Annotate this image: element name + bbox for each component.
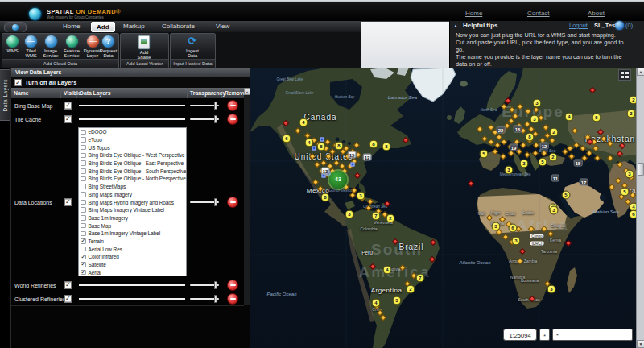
layer-option[interactable]: Satellite bbox=[79, 261, 186, 269]
layer-option-checkbox[interactable] bbox=[80, 145, 86, 151]
layer-option-checkbox[interactable] bbox=[80, 153, 86, 159]
layer-option[interactable]: Base 1m Imagery Vintage Label bbox=[79, 230, 186, 238]
refinery-point-marker[interactable] bbox=[380, 314, 386, 321]
layer-visible-checkbox[interactable] bbox=[64, 115, 72, 122]
cluster-badge[interactable]: 15 bbox=[348, 151, 357, 159]
feature-service-button[interactable]: FeatureService bbox=[61, 35, 82, 59]
refinery-point-marker[interactable] bbox=[486, 214, 493, 221]
red-point-marker[interactable] bbox=[283, 120, 289, 126]
cluster-marker[interactable]: 5 bbox=[592, 114, 601, 122]
cluster-marker[interactable]: 7 bbox=[372, 212, 381, 221]
layer-option[interactable]: Aerial bbox=[79, 268, 186, 276]
refinery-point-marker[interactable] bbox=[353, 142, 360, 148]
refinery-point-marker[interactable] bbox=[500, 153, 506, 160]
cluster-marker[interactable]: 2 bbox=[549, 153, 558, 162]
layer-option-checkbox[interactable] bbox=[80, 207, 86, 213]
refinery-point-marker[interactable] bbox=[324, 139, 331, 145]
cluster-badge[interactable]: 17 bbox=[580, 179, 588, 186]
refinery-point-marker[interactable] bbox=[501, 103, 507, 110]
refinery-point-marker[interactable] bbox=[573, 142, 580, 148]
refinery-point-marker[interactable] bbox=[517, 103, 523, 110]
cluster-marker[interactable]: 3 bbox=[505, 166, 514, 175]
cluster-marker[interactable]: 3 bbox=[393, 296, 402, 305]
cluster-marker[interactable]: 6 bbox=[283, 135, 291, 143]
refinery-point-marker[interactable] bbox=[517, 258, 523, 264]
cluster-marker[interactable]: 8 bbox=[526, 133, 535, 142]
refinery-point-marker[interactable] bbox=[494, 142, 501, 148]
refinery-point-marker[interactable] bbox=[520, 142, 526, 148]
image-service-button[interactable]: ImageService bbox=[40, 35, 61, 59]
tab-add[interactable]: Add bbox=[91, 22, 115, 32]
refinery-point-marker[interactable] bbox=[309, 153, 316, 160]
cluster-marker[interactable]: 5 bbox=[621, 188, 630, 197]
layer-option-checkbox[interactable] bbox=[80, 160, 86, 166]
refinery-point-marker[interactable] bbox=[501, 139, 507, 145]
refinery-point-marker[interactable] bbox=[586, 150, 592, 156]
layer-option[interactable]: Color Infrared bbox=[79, 253, 186, 261]
remove-layer-button[interactable] bbox=[227, 280, 238, 291]
red-point-marker[interactable] bbox=[529, 296, 535, 302]
refinery-point-marker[interactable] bbox=[601, 135, 607, 142]
refinery-point-marker[interactable] bbox=[477, 126, 483, 132]
red-point-marker[interactable] bbox=[354, 172, 361, 179]
cluster-marker[interactable]: 3 bbox=[345, 210, 354, 219]
cluster-badge[interactable]: 12 bbox=[540, 143, 549, 150]
map-scroll-thumb[interactable] bbox=[638, 163, 644, 176]
refinery-point-marker[interactable] bbox=[399, 264, 406, 271]
refinery-point-marker[interactable] bbox=[508, 118, 514, 124]
refinery-point-marker[interactable] bbox=[547, 230, 554, 237]
red-point-marker[interactable] bbox=[430, 239, 436, 246]
app-menu-button[interactable] bbox=[4, 22, 27, 33]
red-point-marker[interactable] bbox=[617, 151, 623, 157]
cluster-marker[interactable]: 4 bbox=[372, 299, 381, 308]
logout-link[interactable]: Logout bbox=[569, 22, 588, 29]
cluster-marker[interactable]: 3 bbox=[512, 237, 521, 246]
cluster-marker[interactable]: 3 bbox=[547, 285, 556, 294]
refinery-point-marker[interactable] bbox=[329, 148, 336, 155]
layer-option-checkbox[interactable] bbox=[80, 130, 86, 135]
refinery-point-marker[interactable] bbox=[325, 153, 332, 160]
red-point-marker[interactable] bbox=[369, 263, 376, 270]
wms-button[interactable]: WMS bbox=[3, 35, 22, 59]
tips-collapse-icon[interactable]: ▲ bbox=[453, 23, 458, 28]
refinery-point-marker[interactable] bbox=[502, 234, 509, 240]
cluster-marker[interactable]: 5 bbox=[539, 158, 547, 167]
refinery-point-marker[interactable] bbox=[533, 142, 539, 148]
refinery-point-marker[interactable] bbox=[525, 108, 531, 114]
refinery-point-marker[interactable] bbox=[512, 113, 518, 119]
refinery-point-marker[interactable] bbox=[609, 184, 615, 190]
tab-home[interactable]: Home bbox=[58, 21, 85, 31]
cluster-marker[interactable]: 2 bbox=[630, 96, 637, 105]
refinery-point-marker[interactable] bbox=[524, 151, 530, 158]
refinery-point-marker[interactable] bbox=[317, 185, 324, 192]
map-viewport[interactable]: CanadaUnited StatesMexicoBrazilArgentina… bbox=[250, 68, 636, 348]
red-point-marker[interactable] bbox=[619, 143, 625, 149]
cluster-marker[interactable]: 5 bbox=[562, 191, 571, 200]
layer-option-checkbox[interactable] bbox=[80, 168, 86, 174]
cluster-marker[interactable]: 6 bbox=[630, 210, 637, 219]
refinery-point-marker[interactable] bbox=[499, 216, 506, 222]
refinery-point-marker[interactable] bbox=[481, 135, 488, 142]
blue-point-marker[interactable] bbox=[312, 147, 316, 151]
layer-visible-checkbox[interactable] bbox=[64, 198, 72, 205]
transparency-slider[interactable] bbox=[190, 281, 219, 289]
cluster-marker[interactable]: 8 bbox=[382, 143, 391, 151]
header-link-about[interactable]: About bbox=[588, 10, 605, 17]
transparency-slider[interactable] bbox=[190, 115, 219, 123]
layer-option-checkbox[interactable] bbox=[80, 270, 86, 276]
layer-option[interactable]: Aerial Low Res bbox=[79, 245, 186, 253]
cluster-marker[interactable]: 2 bbox=[386, 214, 395, 223]
large-cluster-marker[interactable]: 43 bbox=[329, 171, 347, 188]
remove-layer-button[interactable] bbox=[227, 197, 238, 208]
map-star-button[interactable]: * bbox=[539, 329, 550, 341]
layer-visible-checkbox[interactable] bbox=[64, 281, 72, 288]
refinery-point-marker[interactable] bbox=[615, 177, 621, 184]
layer-option-checkbox[interactable] bbox=[80, 246, 86, 252]
header-link-home[interactable]: Home bbox=[465, 10, 482, 17]
transparency-slider[interactable] bbox=[190, 295, 219, 303]
cluster-marker[interactable]: 8 bbox=[335, 142, 344, 151]
cluster-marker[interactable]: 3 bbox=[357, 192, 365, 201]
refinery-point-marker[interactable] bbox=[541, 150, 547, 156]
red-point-marker[interactable] bbox=[429, 256, 436, 263]
cluster-marker[interactable]: 2 bbox=[407, 285, 415, 294]
